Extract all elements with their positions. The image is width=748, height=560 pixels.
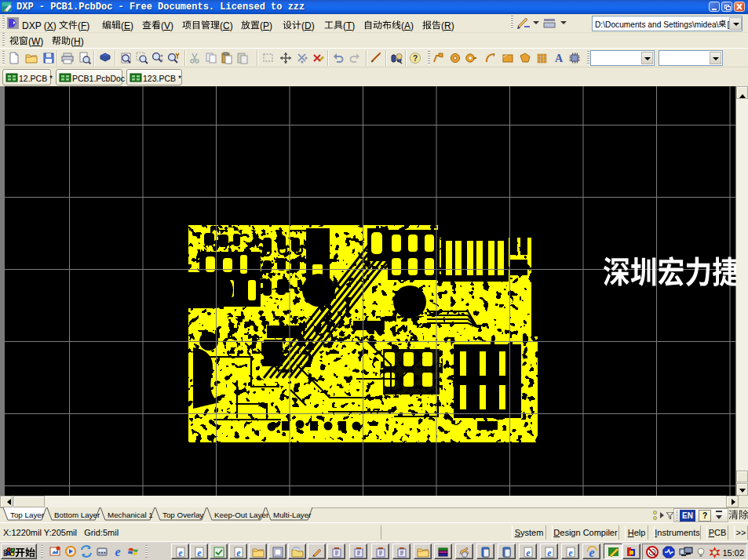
svg-text:e: e: [236, 547, 241, 558]
svg-text:Keep-Out Layer: Keep-Out Layer: [214, 511, 269, 519]
svg-text:A: A: [555, 53, 564, 64]
svg-text:Mechanical 1: Mechanical 1: [108, 511, 153, 519]
svg-text:?: ?: [413, 54, 418, 63]
svg-text:e: e: [568, 547, 573, 558]
svg-text:e: e: [197, 547, 202, 558]
svg-text:e: e: [178, 547, 183, 558]
svg-text:Bottom Layer: Bottom Layer: [54, 511, 100, 519]
svg-text:Top Overlay: Top Overlay: [162, 511, 203, 519]
svg-text:e: e: [526, 547, 531, 558]
svg-text:e: e: [589, 546, 594, 558]
svg-text:e: e: [547, 547, 552, 558]
svg-text:Multi-Layer: Multi-Layer: [273, 511, 312, 519]
svg-text:e: e: [115, 545, 120, 558]
svg-text:Top Layer: Top Layer: [10, 511, 45, 519]
